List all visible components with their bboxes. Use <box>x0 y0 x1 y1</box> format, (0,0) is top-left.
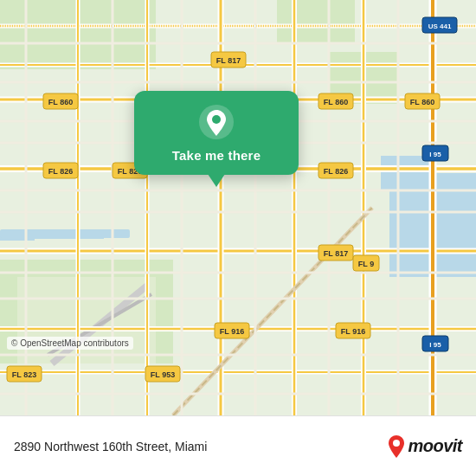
moovit-logo: moovit <box>387 434 462 459</box>
moovit-wordmark: moovit <box>408 436 462 456</box>
location-pin-icon <box>197 103 235 141</box>
popup-label: Take me there <box>172 148 261 163</box>
svg-point-92 <box>393 440 400 447</box>
svg-point-91 <box>212 115 221 124</box>
svg-text:FL 9: FL 9 <box>358 260 374 268</box>
map-background: FL 817 FL 860 FL 860 FL 860 FL 826 FL 82… <box>0 0 476 415</box>
svg-text:FL 860: FL 860 <box>324 98 348 106</box>
bottom-bar: 2890 Northwest 160th Street, Miami moovi… <box>0 415 476 476</box>
address-text: 2890 Northwest 160th Street, Miami <box>14 440 387 453</box>
svg-text:FL 826: FL 826 <box>48 167 73 176</box>
svg-text:FL 860: FL 860 <box>410 98 434 106</box>
svg-text:I 95: I 95 <box>429 151 441 158</box>
take-me-there-button[interactable]: Take me there <box>134 91 299 175</box>
map-container: FL 817 FL 860 FL 860 FL 860 FL 826 FL 82… <box>0 0 476 415</box>
svg-text:US 441: US 441 <box>428 23 452 30</box>
svg-text:FL 817: FL 817 <box>324 249 348 258</box>
svg-text:FL 826: FL 826 <box>324 167 348 176</box>
svg-rect-12 <box>277 0 355 43</box>
svg-text:I 95: I 95 <box>429 341 441 349</box>
svg-text:FL 860: FL 860 <box>48 98 73 106</box>
svg-text:FL 953: FL 953 <box>151 370 175 379</box>
map-attribution: © OpenStreetMap contributors <box>7 337 133 350</box>
moovit-pin-icon <box>387 434 406 459</box>
svg-text:FL 916: FL 916 <box>341 327 365 336</box>
svg-text:FL 823: FL 823 <box>12 370 36 379</box>
svg-text:FL 916: FL 916 <box>220 327 244 336</box>
svg-rect-4 <box>0 229 130 238</box>
svg-rect-6 <box>17 277 156 363</box>
svg-text:FL 817: FL 817 <box>216 56 241 65</box>
